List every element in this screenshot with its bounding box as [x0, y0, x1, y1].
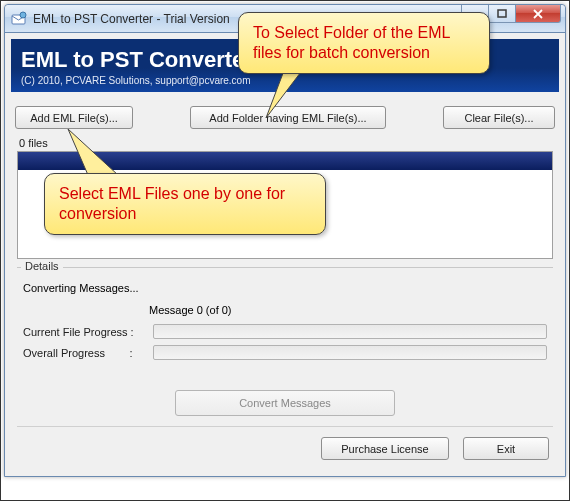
close-button[interactable] [515, 5, 561, 23]
convert-messages-button[interactable]: Convert Messages [175, 390, 395, 416]
clear-files-button[interactable]: Clear File(s)... [443, 106, 555, 129]
maximize-icon [497, 9, 507, 19]
svg-point-1 [20, 12, 26, 18]
svg-marker-6 [68, 129, 118, 175]
details-group: Details Converting Messages... Message 0… [17, 267, 553, 372]
purchase-license-button[interactable]: Purchase License [321, 437, 449, 460]
footer: Purchase License Exit [11, 427, 559, 470]
exit-button[interactable]: Exit [463, 437, 549, 460]
overall-progress-bar [153, 345, 547, 360]
callout-add-files: Select EML Files one by one for conversi… [44, 173, 326, 235]
close-icon [532, 9, 544, 19]
svg-rect-3 [498, 10, 506, 17]
callout-add-folder: To Select Folder of the EML files for ba… [238, 12, 490, 74]
details-label: Details [21, 260, 63, 272]
app-icon [11, 11, 27, 27]
current-progress-bar [153, 324, 547, 339]
status-text: Converting Messages... [23, 282, 547, 294]
overall-progress-label: Overall Progress : [23, 347, 145, 359]
add-eml-files-button[interactable]: Add EML File(s)... [15, 106, 133, 129]
maximize-button[interactable] [488, 5, 516, 23]
callout-tail-icon [66, 127, 126, 177]
message-count: Message 0 (of 0) [149, 304, 547, 316]
current-progress-label: Current File Progress : [23, 326, 145, 338]
